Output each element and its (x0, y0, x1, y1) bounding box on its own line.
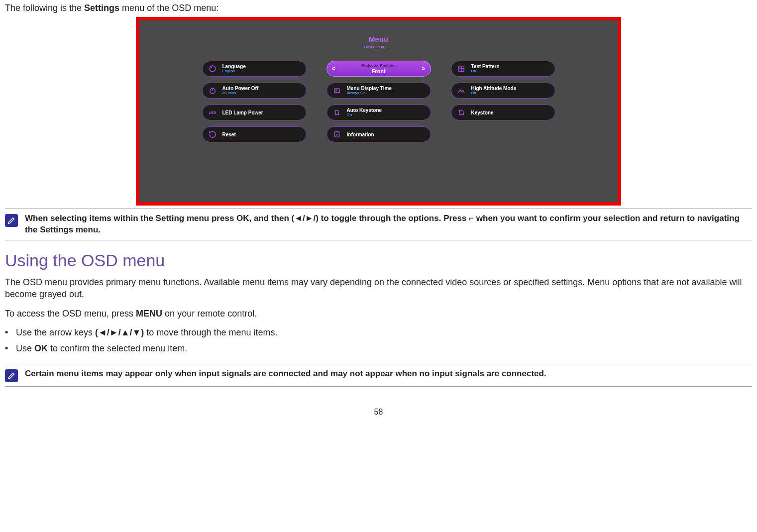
keystone-icon (456, 107, 466, 117)
osd-auto-keystone-label: Auto Keystone (347, 107, 382, 113)
osd-high-altitude[interactable]: High Altitude Mode Off (451, 83, 555, 99)
language-icon: A (208, 64, 217, 74)
info-icon (332, 129, 342, 139)
osd-columns: A Language English Auto Power Off 20 min… (150, 61, 607, 142)
osd-menu-display-time-value: Always On (347, 91, 392, 96)
arrow-right-icon[interactable]: > (422, 65, 425, 73)
osd-projector-position-label: Projector Position (361, 64, 396, 68)
osd-high-altitude-value: Off (471, 91, 517, 96)
osd-reset-label: Reset (222, 132, 236, 137)
power-icon (208, 86, 217, 96)
pencil-note-icon (5, 369, 18, 382)
osd-high-altitude-label: High Altitude Mode (471, 86, 517, 91)
osd-auto-keystone[interactable]: Auto Keystone On (326, 105, 431, 120)
note-2-text: Certain menu items may appear only when … (25, 368, 546, 380)
pencil-note-icon (5, 214, 18, 227)
timer-icon (332, 86, 342, 96)
bullet-list: Use the arrow keys (◄/►/▲/▼) to move thr… (5, 326, 752, 355)
osd-screenshot: Menu Description........ A Language Engl… (136, 17, 621, 206)
osd-led-lamp-power[interactable]: LED LED Lamp Power (202, 105, 307, 120)
osd-information-label: Information (347, 132, 374, 137)
osd-col-1: < Projector Position Front > Menu Displa… (326, 61, 431, 142)
osd-test-pattern-value: Off (471, 69, 500, 74)
osd-menu-display-time[interactable]: Menu Display Time Always On (326, 83, 431, 99)
reset-icon (208, 129, 217, 139)
osd-information[interactable]: Information (326, 126, 431, 142)
heading-using-osd: Using the OSD menu (5, 249, 752, 272)
osd-title: Menu (150, 34, 607, 44)
autokeystone-icon (332, 107, 342, 117)
osd-keystone[interactable]: Keystone (451, 105, 555, 120)
svg-marker-15 (459, 110, 463, 115)
para-1: The OSD menu provides primary menu funct… (5, 276, 752, 301)
osd-language-value: English (222, 69, 246, 74)
osd-led-lamp-power-label: LED Lamp Power (222, 110, 263, 115)
osd-test-pattern[interactable]: Test Pattern Off (451, 61, 555, 77)
para-2: To access the OSD menu, press MENU on yo… (5, 308, 752, 319)
osd-subtitle: Description........ (150, 45, 607, 50)
bullet-2: Use OK to confirm the selected menu item… (16, 342, 752, 354)
osd-auto-power-off-value: 20 mins (222, 91, 259, 96)
osd-projector-position[interactable]: < Projector Position Front > (326, 61, 431, 77)
intro-suffix: menu of the OSD menu: (119, 3, 218, 13)
intro-bold: Settings (84, 3, 119, 13)
note-1: When selecting items within the Setting … (5, 209, 752, 240)
svg-text:LED: LED (209, 110, 216, 115)
osd-auto-power-off[interactable]: Auto Power Off 20 mins (202, 83, 307, 99)
page-number: 58 (5, 407, 752, 418)
osd-projector-position-value: Front (371, 68, 385, 74)
led-icon: LED (208, 107, 217, 117)
note-2: Certain menu items may appear only when … (5, 364, 752, 387)
osd-keystone-label: Keystone (471, 110, 494, 115)
arrow-left-icon[interactable]: < (332, 65, 335, 73)
svg-text:A: A (211, 66, 212, 69)
osd-language[interactable]: A Language English (202, 61, 307, 77)
svg-marker-8 (335, 110, 339, 115)
osd-col-0: A Language English Auto Power Off 20 min… (202, 61, 307, 142)
osd-auto-keystone-value: On (347, 113, 382, 117)
intro-line: The following is the Settings menu of th… (5, 2, 752, 14)
osd-reset[interactable]: Reset (202, 126, 307, 142)
intro-prefix: The following is the (5, 3, 84, 13)
altitude-icon (456, 86, 466, 96)
grid-icon (456, 64, 466, 74)
bullet-1: Use the arrow keys (◄/►/▲/▼) to move thr… (16, 326, 752, 338)
note-1-text: When selecting items within the Setting … (25, 213, 752, 236)
osd-col-2: Test Pattern Off High Altitude Mode Off … (451, 61, 555, 142)
